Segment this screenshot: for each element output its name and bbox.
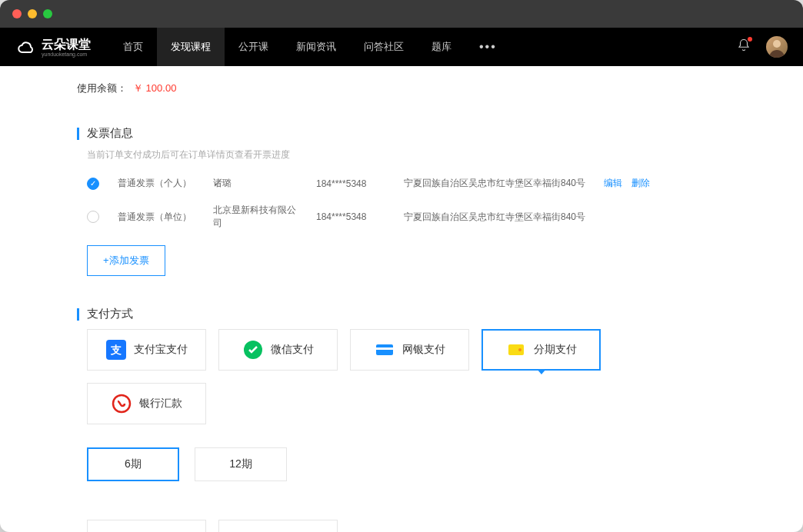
logo[interactable]: 云朵课堂 yunduoketang.com — [15, 36, 91, 58]
svg-rect-5 — [376, 347, 393, 350]
invoice-section-subtitle: 当前订单支付成功后可在订单详情页查看开票进度 — [77, 148, 726, 161]
invoice-phone: 184****5348 — [316, 178, 385, 189]
close-window-button[interactable] — [12, 9, 22, 18]
nav-open-courses[interactable]: 公开课 — [225, 28, 282, 66]
balance-label: 使用余额： — [77, 81, 127, 95]
wallet-icon — [506, 340, 526, 360]
nav-question-bank[interactable]: 题库 — [418, 28, 465, 66]
nav-community[interactable]: 问答社区 — [350, 28, 418, 66]
alipay-icon: 支 — [106, 340, 126, 360]
nav-home[interactable]: 首页 — [109, 28, 157, 66]
minimize-window-button[interactable] — [28, 9, 37, 18]
pay-installment[interactable]: 分期支付 — [481, 329, 601, 371]
logo-subtitle: yunduoketang.com — [42, 52, 91, 57]
invoice-row: 普通发票（单位） 北京昱新科技有限公司 184****5348 宁夏回族自治区吴… — [87, 204, 726, 230]
pay-netbank[interactable]: 网银支付 — [350, 329, 469, 371]
pay-alipay[interactable]: 支 支付宝支付 — [87, 329, 206, 371]
pay-label: 分期支付 — [534, 343, 577, 357]
svg-point-8 — [113, 395, 130, 412]
invoice-type: 普通发票（个人） — [118, 177, 195, 190]
balance-amount: ￥ 100.00 — [133, 81, 176, 95]
nav-items: 首页 发现课程 公开课 新闻资讯 问答社区 题库 ••• — [109, 28, 511, 66]
invoice-address: 宁夏回族自治区吴忠市红寺堡区幸福街840号 — [404, 177, 585, 190]
installment-periods: 6期 12期 — [77, 447, 726, 481]
invoice-name: 诸璐 — [213, 177, 298, 190]
logo-text: 云朵课堂 — [42, 37, 91, 53]
maximize-window-button[interactable] — [43, 9, 52, 18]
period-6[interactable]: 6期 — [87, 447, 179, 481]
transfer-options: 支付宝个人转账 微信个人转账 — [77, 520, 726, 532]
top-nav: 云朵课堂 yunduoketang.com 首页 发现课程 公开课 新闻资讯 问… — [0, 28, 803, 66]
svg-point-0 — [773, 40, 781, 48]
notification-dot — [748, 37, 752, 42]
pay-label: 银行汇款 — [139, 397, 182, 411]
user-avatar[interactable] — [766, 36, 788, 58]
invoice-radio[interactable] — [87, 178, 99, 190]
svg-point-7 — [518, 348, 521, 351]
invoice-list: 普通发票（个人） 诸璐 184****5348 宁夏回族自治区吴忠市红寺堡区幸福… — [77, 177, 726, 230]
cloud-logo-icon — [15, 36, 37, 58]
main-content: 使用余额： ￥ 100.00 发票信息 当前订单支付成功后可在订单详情页查看开票… — [0, 66, 803, 532]
invoice-type: 普通发票（单位） — [118, 211, 195, 224]
nav-more-icon[interactable]: ••• — [465, 28, 511, 66]
wechat-icon — [243, 340, 263, 360]
nav-news[interactable]: 新闻资讯 — [282, 28, 350, 66]
nav-discover-courses[interactable]: 发现课程 — [157, 28, 225, 66]
period-12[interactable]: 12期 — [195, 447, 287, 481]
add-invoice-button[interactable]: +添加发票 — [87, 245, 165, 276]
pay-wechat[interactable]: 微信支付 — [218, 329, 338, 371]
svg-text:支: 支 — [110, 344, 122, 356]
invoice-row: 普通发票（个人） 诸璐 184****5348 宁夏回族自治区吴忠市红寺堡区幸福… — [87, 177, 726, 190]
pay-label: 支付宝支付 — [134, 343, 188, 357]
pay-label: 微信支付 — [271, 343, 314, 357]
invoice-edit-link[interactable]: 编辑 — [604, 177, 622, 190]
notifications-button[interactable] — [737, 38, 751, 55]
balance-row: 使用余额： ￥ 100.00 — [77, 81, 726, 95]
invoice-phone: 184****5348 — [316, 211, 385, 222]
invoice-name: 北京昱新科技有限公司 — [213, 204, 298, 230]
pay-remittance[interactable]: 银行汇款 — [87, 383, 206, 424]
payment-methods: 支 支付宝支付 微信支付 网银支付 分期支付 — [77, 329, 726, 424]
netbank-icon — [375, 340, 395, 360]
payment-section-title: 支付方式 — [77, 307, 726, 321]
invoice-delete-link[interactable]: 删除 — [631, 177, 650, 190]
transfer-wechat[interactable]: 微信个人转账 — [218, 520, 338, 532]
invoice-address: 宁夏回族自治区吴忠市红寺堡区幸福街840号 — [404, 211, 585, 224]
invoice-section-title: 发票信息 — [77, 126, 726, 141]
transfer-alipay[interactable]: 支付宝个人转账 — [87, 520, 206, 532]
invoice-radio[interactable] — [87, 211, 99, 223]
pay-label: 网银支付 — [402, 343, 445, 357]
window-titlebar — [0, 0, 803, 28]
remittance-icon — [112, 394, 132, 414]
